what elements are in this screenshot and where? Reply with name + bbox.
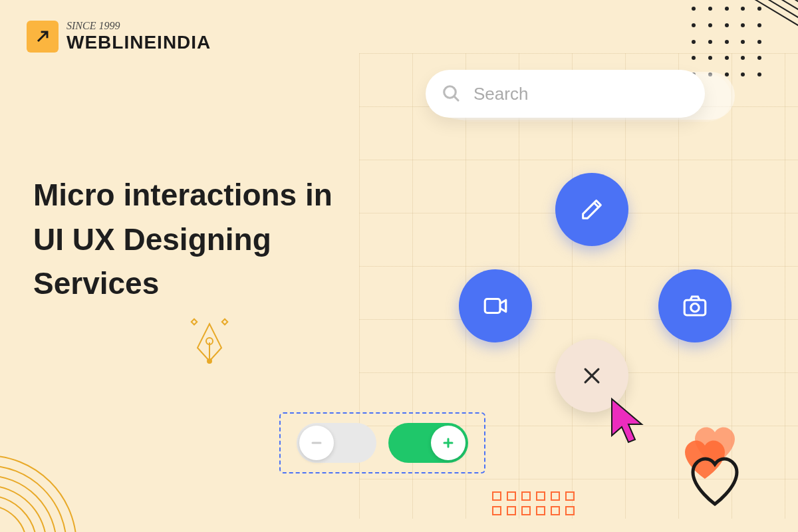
edit-button[interactable] <box>555 173 628 246</box>
svg-point-12 <box>0 466 66 532</box>
svg-rect-3 <box>222 319 227 325</box>
brand-name: WEBLINEINDIA <box>66 32 211 53</box>
search-placeholder: Search <box>473 84 528 104</box>
hearts-decoration <box>665 419 765 519</box>
search-icon <box>442 84 462 104</box>
squares-decoration <box>492 491 575 515</box>
arrow-icon <box>27 21 59 53</box>
svg-point-7 <box>691 304 699 312</box>
minus-icon <box>309 435 325 451</box>
pencil-icon <box>579 196 605 223</box>
video-button[interactable] <box>459 269 532 342</box>
search-input[interactable]: Search <box>426 70 705 118</box>
plus-icon <box>440 435 456 451</box>
brand-logo: SINCE 1999 WEBLINEINDIA <box>27 20 211 53</box>
cursor-icon <box>605 396 652 449</box>
dots-decoration <box>692 7 765 80</box>
svg-point-13 <box>0 456 76 532</box>
camera-icon <box>681 292 709 320</box>
svg-rect-6 <box>684 300 706 315</box>
toggle-off[interactable] <box>297 423 376 463</box>
svg-point-9 <box>0 495 37 532</box>
toggle-on[interactable] <box>388 423 468 463</box>
svg-rect-2 <box>192 319 197 325</box>
toggle-showcase <box>279 412 485 473</box>
toggle-knob <box>431 426 466 460</box>
svg-rect-5 <box>485 299 500 313</box>
pen-tool-icon <box>183 316 236 369</box>
toggle-knob <box>299 426 334 460</box>
search-container: Search <box>426 70 705 118</box>
svg-point-0 <box>207 359 211 363</box>
camera-button[interactable] <box>658 269 732 342</box>
video-icon <box>481 292 509 320</box>
fab-menu <box>452 173 732 426</box>
close-icon <box>581 364 603 387</box>
page-title: Micro interactions in UI UX Designing Se… <box>33 173 366 306</box>
arcs-decoration <box>0 439 93 532</box>
brand-since: SINCE 1999 <box>66 20 211 32</box>
svg-point-10 <box>0 485 47 532</box>
svg-point-11 <box>0 475 57 532</box>
svg-point-8 <box>0 505 27 532</box>
